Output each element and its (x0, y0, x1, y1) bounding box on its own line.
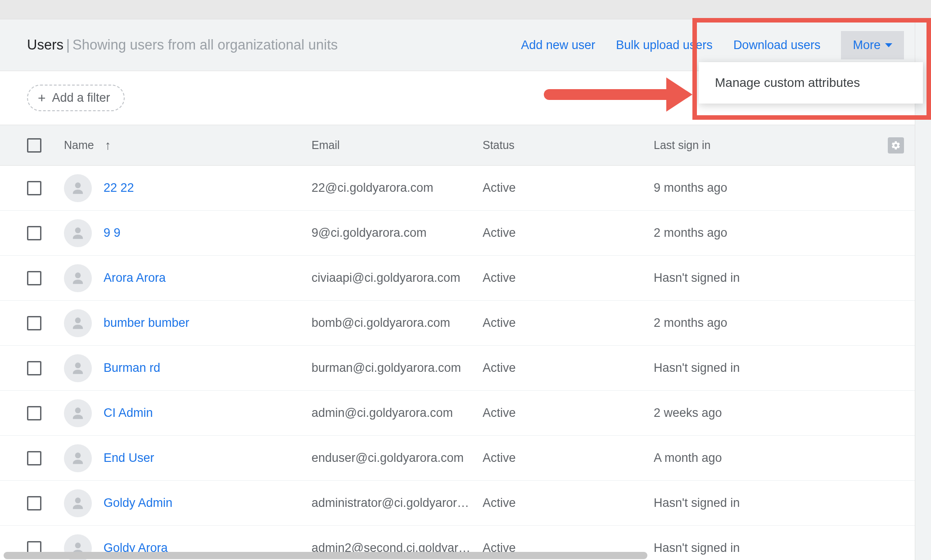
chevron-down-icon (885, 43, 892, 47)
more-button[interactable]: More (841, 31, 904, 59)
svg-point-1 (75, 227, 81, 233)
avatar (64, 174, 92, 202)
svg-point-3 (75, 317, 81, 323)
header-actions: Add new user Bulk upload users Download … (521, 31, 904, 59)
row-checkbox[interactable] (27, 451, 41, 465)
user-name-link[interactable]: CI Admin (104, 406, 153, 420)
user-name-link[interactable]: Arora Arora (104, 271, 166, 285)
table-row[interactable]: bumber bumberbomb@ci.goldyarora.comActiv… (0, 301, 931, 346)
user-status: Active (483, 226, 654, 240)
user-name-link[interactable]: Goldy Admin (104, 496, 172, 510)
table-row[interactable]: End Userenduser@ci.goldyarora.comActiveA… (0, 436, 931, 481)
user-last-sign-in: Hasn't signed in (654, 496, 879, 510)
user-email: bomb@ci.goldyarora.com (312, 316, 483, 330)
table-row[interactable]: CI Adminadmin@ci.goldyarora.comActive2 w… (0, 391, 931, 436)
user-status: Active (483, 451, 654, 465)
table-header-row: Name ↑ Email Status Last sign in (0, 125, 931, 166)
user-name-link[interactable]: bumber bumber (104, 316, 190, 330)
column-settings-button[interactable] (888, 137, 904, 154)
user-name-link[interactable]: End User (104, 451, 154, 465)
table-row[interactable]: 22 2222@ci.goldyarora.comActive9 months … (0, 166, 931, 211)
row-checkbox[interactable] (27, 181, 41, 195)
select-all-checkbox[interactable] (27, 138, 41, 153)
svg-point-4 (75, 362, 81, 368)
user-last-sign-in: Hasn't signed in (654, 541, 879, 555)
users-table-body: 22 2222@ci.goldyarora.comActive9 months … (0, 166, 931, 560)
manage-custom-attributes-item[interactable]: Manage custom attributes (699, 62, 923, 104)
horizontal-scrollbar[interactable] (4, 552, 647, 559)
column-header-status[interactable]: Status (483, 139, 515, 151)
table-row[interactable]: Arora Aroraciviaapi@ci.goldyarora.comAct… (0, 256, 931, 301)
user-email: civiaapi@ci.goldyarora.com (312, 271, 483, 285)
column-header-email[interactable]: Email (312, 139, 340, 151)
avatar (64, 264, 92, 292)
svg-point-6 (75, 452, 81, 458)
user-last-sign-in: 2 weeks ago (654, 406, 879, 420)
page-subtitle: Showing users from all organizational un… (72, 37, 338, 53)
avatar (64, 399, 92, 427)
row-checkbox[interactable] (27, 316, 41, 330)
user-last-sign-in: 2 months ago (654, 316, 879, 330)
user-status: Active (483, 271, 654, 285)
page-title: Users (27, 37, 63, 53)
row-checkbox[interactable] (27, 496, 41, 510)
row-checkbox[interactable] (27, 271, 41, 285)
user-email: administrator@ci.goldyaror… (312, 496, 483, 510)
avatar (64, 444, 92, 472)
row-checkbox[interactable] (27, 361, 41, 375)
table-row[interactable]: Goldy Adminadministrator@ci.goldyaror…Ac… (0, 481, 931, 526)
avatar (64, 354, 92, 382)
user-email: enduser@ci.goldyarora.com (312, 451, 483, 465)
table-row[interactable]: Burman rdburman@ci.goldyarora.comActiveH… (0, 346, 931, 391)
row-checkbox[interactable] (27, 226, 41, 240)
add-filter-button[interactable]: + Add a filter (27, 85, 125, 111)
sort-ascending-icon[interactable]: ↑ (105, 138, 111, 153)
user-email: 22@ci.goldyarora.com (312, 181, 483, 195)
user-status: Active (483, 496, 654, 510)
bulk-upload-users-link[interactable]: Bulk upload users (616, 38, 713, 52)
add-new-user-link[interactable]: Add new user (521, 38, 595, 52)
plus-icon: + (38, 91, 46, 105)
row-checkbox[interactable] (27, 406, 41, 420)
svg-point-2 (75, 272, 81, 278)
avatar (64, 309, 92, 337)
download-users-link[interactable]: Download users (733, 38, 821, 52)
add-filter-label: Add a filter (52, 91, 110, 105)
user-last-sign-in: Hasn't signed in (654, 271, 879, 285)
avatar (64, 219, 92, 247)
header-title-group: Users | Showing users from all organizat… (27, 37, 338, 53)
user-name-link[interactable]: Burman rd (104, 361, 160, 375)
svg-point-8 (75, 542, 81, 548)
svg-point-5 (75, 407, 81, 413)
user-email: 9@ci.goldyarora.com (312, 226, 483, 240)
user-email: admin@ci.goldyarora.com (312, 406, 483, 420)
user-status: Active (483, 361, 654, 375)
user-last-sign-in: A month ago (654, 451, 879, 465)
svg-point-0 (75, 182, 81, 188)
avatar (64, 489, 92, 517)
more-button-label: More (853, 38, 881, 52)
column-header-last-sign-in[interactable]: Last sign in (654, 139, 710, 151)
title-separator: | (66, 37, 70, 53)
user-name-link[interactable]: 22 22 (104, 181, 134, 195)
svg-point-7 (75, 497, 81, 503)
gear-icon (891, 140, 901, 150)
more-dropdown-menu: Manage custom attributes (699, 62, 923, 104)
user-name-link[interactable]: 9 9 (104, 226, 121, 240)
user-last-sign-in: 9 months ago (654, 181, 879, 195)
user-last-sign-in: Hasn't signed in (654, 361, 879, 375)
user-last-sign-in: 2 months ago (654, 226, 879, 240)
table-row[interactable]: 9 99@ci.goldyarora.comActive2 months ago (0, 211, 931, 256)
user-status: Active (483, 181, 654, 195)
user-status: Active (483, 316, 654, 330)
column-header-name[interactable]: Name (64, 139, 94, 152)
user-email: burman@ci.goldyarora.com (312, 361, 483, 375)
user-status: Active (483, 406, 654, 420)
